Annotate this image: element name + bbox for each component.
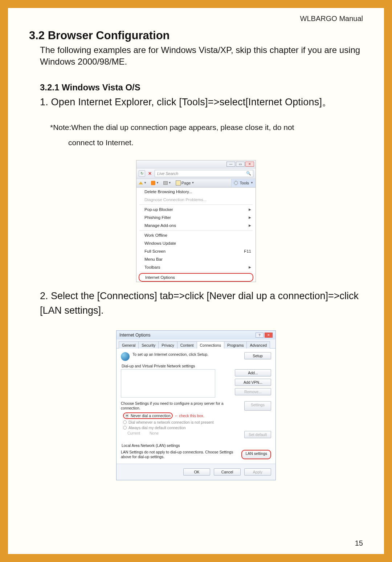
add-button[interactable]: Add... (235, 369, 271, 376)
tab-programs[interactable]: Programs (224, 341, 247, 349)
tools-button[interactable]: Tools ▼ (231, 179, 256, 187)
ok-button[interactable]: OK (183, 468, 210, 476)
dropdown-icon: ▼ (168, 181, 171, 184)
step-2: 2. Select the [Connections] tab=>click [… (40, 289, 363, 318)
submenu-arrow-icon: ▶ (249, 224, 251, 227)
minimize-icon[interactable]: — (226, 162, 235, 167)
menu-separator (139, 272, 253, 272)
search-icon[interactable]: 🔍 (246, 171, 251, 176)
radio-never-dial-row: Never dial a connection ← check this box… (121, 412, 271, 419)
tab-connections[interactable]: Connections (197, 341, 224, 349)
print-button[interactable]: ▼ (161, 179, 173, 187)
menu-popup-blocker[interactable]: Pop-up Blocker▶ (136, 205, 256, 213)
check-this-box-annotation: ← check this box. (175, 414, 204, 418)
window-controls: — ▭ ✕ (136, 160, 256, 168)
menu-separator (139, 230, 253, 231)
lan-legend: Local Area Network (LAN) settings (121, 443, 180, 448)
print-icon (163, 181, 168, 185)
setup-text: To set up an Internet connection, click … (132, 352, 241, 357)
refresh-icon[interactable]: ↻ (139, 170, 145, 177)
radio-never-dial-label: Never dial a connection (131, 414, 171, 418)
menu-menu-bar[interactable]: Menu Bar (136, 255, 256, 263)
settings-button[interactable]: Settings (244, 401, 271, 411)
menu-full-screen[interactable]: Full ScreenF11 (136, 247, 256, 255)
radio-always-dial-label: Always dial my default connection (128, 425, 186, 430)
page-button[interactable]: Page▼ (173, 179, 197, 187)
tab-general[interactable]: General (119, 341, 139, 349)
dropdown-icon: ▼ (144, 181, 147, 184)
manual-page: WLBARGO Manual 3.2 Browser Configuration… (8, 8, 384, 554)
current-value: None (150, 431, 159, 438)
set-default-button[interactable]: Set default (244, 431, 271, 438)
rss-icon (151, 181, 155, 185)
apply-button[interactable]: Apply (244, 468, 271, 476)
tools-menu: Delete Browsing History... Diagnose Conn… (136, 187, 256, 282)
header-manual-name: WLBARGO Manual (300, 15, 363, 23)
radio-always-dial[interactable]: Always dial my default connection (121, 425, 271, 430)
page-icon (176, 180, 181, 186)
tab-advanced[interactable]: Advanced (246, 341, 270, 349)
radio-never-dial[interactable]: Never dial a connection (123, 412, 173, 419)
dialog-titlebar: Internet Options ? ✕ (117, 331, 275, 339)
close-icon[interactable]: ✕ (245, 162, 254, 167)
tab-content[interactable]: Content (177, 341, 197, 349)
tab-security[interactable]: Security (138, 341, 159, 349)
stop-icon[interactable]: ✕ (147, 171, 152, 176)
radio-icon (123, 426, 127, 429)
dialog-tabs: General Security Privacy Content Connect… (117, 339, 275, 349)
note-line1: *Note:When the dial up connection page a… (50, 123, 363, 132)
section-heading: 3.2 Browser Configuration (29, 29, 363, 42)
menu-toolbars[interactable]: Toolbars▶ (136, 263, 256, 271)
menu-internet-options[interactable]: Internet Options (139, 273, 253, 282)
help-icon[interactable]: ? (256, 333, 264, 338)
lan-text: LAN Settings do not apply to dial-up con… (121, 450, 237, 459)
menu-phishing-filter[interactable]: Phishing Filter▶ (136, 213, 256, 221)
close-icon[interactable]: ✕ (265, 333, 273, 338)
home-button[interactable]: ▼ (136, 179, 149, 187)
proxy-text: Choose Settings if you need to configure… (121, 401, 235, 411)
ie-search-bar: ↻ ✕ Live Search 🔍 (136, 168, 256, 179)
radio-dial-whenever[interactable]: Dial whenever a network connection is no… (121, 419, 271, 425)
ie-tools-menu-screenshot: — ▭ ✕ ↻ ✕ Live Search 🔍 ▼ ▼ ▼ Page▼ Tool… (136, 160, 256, 282)
menu-separator (139, 204, 253, 205)
submenu-arrow-icon: ▶ (249, 208, 251, 211)
setup-button[interactable]: Setup (244, 352, 271, 359)
menu-delete-history[interactable]: Delete Browsing History... (136, 188, 256, 196)
lan-settings-button[interactable]: LAN settings (241, 450, 271, 459)
dialog-body: To set up an Internet connection, click … (117, 349, 275, 464)
menu-manage-addons[interactable]: Manage Add-ons▶ (136, 221, 256, 229)
search-input[interactable]: Live Search 🔍 (155, 170, 253, 177)
section-intro: The following examples are for Windows V… (40, 44, 363, 68)
feeds-button[interactable]: ▼ (149, 179, 161, 187)
accelerator: F11 (244, 249, 251, 253)
subsection-heading: 3.2.1 Windows Vista O/S (40, 82, 363, 93)
radio-dial-whenever-label: Dial whenever a network connection is no… (128, 420, 214, 424)
tools-label: Tools (240, 181, 249, 185)
dialog-footer: OK Cancel Apply (117, 464, 275, 480)
add-vpn-button[interactable]: Add VPN... (235, 379, 271, 386)
current-label: Current (127, 431, 140, 438)
page-label: Page (181, 181, 191, 185)
internet-options-dialog: Internet Options ? ✕ General Security Pr… (116, 330, 276, 481)
menu-windows-update[interactable]: Windows Update (136, 239, 256, 247)
dialup-legend: Dial-up and Virtual Private Network sett… (121, 364, 196, 368)
remove-button[interactable]: Remove... (235, 388, 271, 395)
dialup-fieldset: Dial-up and Virtual Private Network sett… (121, 364, 271, 440)
globe-icon (121, 352, 130, 361)
tab-privacy[interactable]: Privacy (158, 341, 177, 349)
page-number: 15 (355, 539, 363, 547)
dropdown-icon: ▼ (191, 181, 194, 184)
connections-listbox[interactable] (121, 369, 215, 398)
menu-diagnose[interactable]: Diagnose Connection Problems... (136, 196, 256, 204)
dialog-title: Internet Options (119, 333, 150, 338)
note-line2: connect to Internet. (68, 138, 363, 147)
maximize-icon[interactable]: ▭ (236, 162, 245, 167)
radio-icon (125, 414, 129, 418)
menu-work-offline[interactable]: Work Offline (136, 231, 256, 239)
radio-icon (123, 420, 127, 424)
dropdown-icon: ▼ (156, 181, 159, 184)
cancel-button[interactable]: Cancel (214, 468, 241, 476)
dropdown-icon: ▼ (250, 181, 253, 184)
arrow-left-icon: ← (175, 414, 179, 418)
search-placeholder: Live Search (157, 171, 178, 176)
